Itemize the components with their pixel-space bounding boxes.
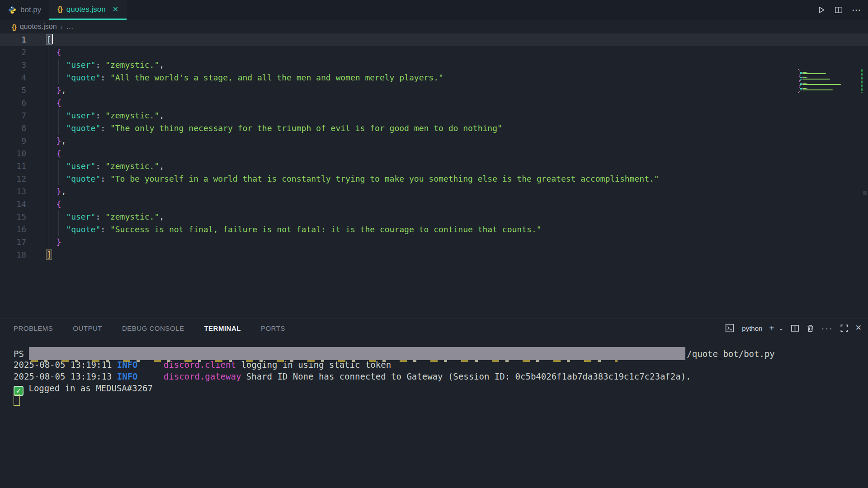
- terminal-line: ✓ Logged in as MEDUSA#3267: [14, 382, 868, 394]
- panel-more-icon[interactable]: ···: [821, 326, 833, 330]
- code-text: "quote": "The only thing necessary for t…: [26, 122, 502, 135]
- line-number: 15: [0, 211, 26, 223]
- git-added-decoration: [861, 69, 863, 93]
- line-number: 7: [0, 109, 26, 122]
- breadcrumb-tail[interactable]: …: [66, 23, 74, 31]
- line-number: 14: [0, 198, 26, 211]
- line-number: 12: [0, 173, 26, 185]
- code-line[interactable]: 13 },: [0, 185, 868, 198]
- line-number: 18: [0, 249, 26, 261]
- code-text: {: [26, 198, 61, 211]
- panel-header: PROBLEMSOUTPUTDEBUG CONSOLETERMINALPORTS…: [0, 319, 868, 337]
- line-number: 1: [0, 33, 26, 46]
- close-panel-icon[interactable]: ✕: [855, 324, 862, 333]
- maximize-panel-icon[interactable]: [840, 324, 849, 333]
- code-text: "quote": "All the world's a stage, and a…: [26, 71, 443, 84]
- minimap[interactable]: [798, 69, 856, 93]
- code-line[interactable]: 1[: [0, 33, 868, 46]
- shell-name-label: python: [742, 324, 762, 332]
- line-number: 16: [0, 223, 26, 236]
- code-line[interactable]: 8 "quote": "The only thing necessary for…: [0, 122, 868, 135]
- breadcrumb[interactable]: {} quotes.json › …: [0, 20, 868, 33]
- panel-tab-terminal[interactable]: TERMINAL: [204, 323, 241, 334]
- panel-tab-debug-console[interactable]: DEBUG CONSOLE: [122, 323, 184, 334]
- line-number: 2: [0, 46, 26, 59]
- code-text: "user": "zemystic.",: [26, 109, 164, 122]
- terminal-line: 2025-08-05 13:19:13 INFO discord.gateway…: [14, 371, 868, 382]
- code-text: {: [26, 97, 61, 109]
- more-actions-icon[interactable]: ⋯: [852, 8, 862, 12]
- line-number: 4: [0, 71, 26, 84]
- code-line[interactable]: 9 },: [0, 135, 868, 147]
- terminal-line: PS /quote_bot/bot.py: [14, 347, 868, 359]
- line-number: 13: [0, 185, 26, 198]
- code-line[interactable]: 18]: [0, 249, 868, 261]
- editor-actions: ⋯: [817, 0, 862, 20]
- run-icon[interactable]: [817, 6, 826, 14]
- line-number: 6: [0, 97, 26, 109]
- close-tab-icon[interactable]: ✕: [113, 5, 118, 14]
- panel-tab-output[interactable]: OUTPUT: [73, 323, 102, 334]
- redacted-path: [29, 347, 685, 360]
- tab-quotes-json[interactable]: {} quotes.json ✕: [49, 0, 127, 20]
- line-number: 10: [0, 147, 26, 160]
- line-number: 3: [0, 59, 26, 71]
- panel-tab-problems[interactable]: PROBLEMS: [14, 323, 53, 334]
- breadcrumb-file[interactable]: quotes.json: [20, 23, 57, 31]
- code-line[interactable]: 5 },: [0, 84, 868, 97]
- editor-tab-bar: bot.py {} quotes.json ✕ ⋯: [0, 0, 868, 20]
- new-terminal-icon[interactable]: +: [769, 324, 774, 333]
- line-number: 11: [0, 160, 26, 173]
- overview-ruler-mark: [863, 191, 867, 195]
- line-number: 17: [0, 236, 26, 249]
- code-text: [: [26, 33, 53, 46]
- code-text: {: [26, 147, 61, 160]
- python-icon: [8, 6, 16, 14]
- panel-tab-ports[interactable]: PORTS: [261, 323, 285, 334]
- chevron-right-icon: ›: [61, 23, 63, 31]
- split-terminal-icon[interactable]: [791, 324, 799, 333]
- code-area[interactable]: 1[2 {3 "user": "zemystic.",4 "quote": "A…: [0, 33, 868, 261]
- panel-tabs: PROBLEMSOUTPUTDEBUG CONSOLETERMINALPORTS: [14, 323, 285, 334]
- code-line[interactable]: 16 "quote": "Success is not final, failu…: [0, 223, 868, 236]
- line-number: 5: [0, 84, 26, 97]
- terminal-line: [14, 394, 868, 406]
- tab-label: quotes.json: [66, 5, 106, 14]
- code-line[interactable]: 3 "user": "zemystic.",: [0, 59, 868, 71]
- tab-label: bot.py: [20, 5, 41, 14]
- minimap-line: [798, 92, 856, 93]
- code-text: ]: [26, 249, 52, 261]
- code-line[interactable]: 6 {: [0, 97, 868, 109]
- terminal-picker-chevron-icon[interactable]: ⌄: [778, 324, 784, 333]
- bottom-panel: PROBLEMSOUTPUTDEBUG CONSOLETERMINALPORTS…: [0, 319, 868, 488]
- kill-terminal-icon[interactable]: [806, 324, 815, 333]
- terminal-shell-icon: [725, 324, 734, 333]
- code-line[interactable]: 10 {: [0, 147, 868, 160]
- code-text: },: [26, 185, 66, 198]
- code-text: {: [26, 46, 61, 59]
- editor[interactable]: 1[2 {3 "user": "zemystic.",4 "quote": "A…: [0, 33, 868, 319]
- line-number: 8: [0, 122, 26, 135]
- line-number: 9: [0, 135, 26, 147]
- json-icon: {}: [57, 5, 62, 14]
- code-line[interactable]: 11 "user": "zemystic.",: [0, 160, 868, 173]
- code-line[interactable]: 2 {: [0, 46, 868, 59]
- code-line[interactable]: 4 "quote": "All the world's a stage, and…: [0, 71, 868, 84]
- code-text: },: [26, 84, 66, 97]
- json-icon: {}: [12, 23, 16, 31]
- code-line[interactable]: 12 "quote": "To be yourself in a world t…: [0, 173, 868, 185]
- code-text: },: [26, 135, 66, 147]
- code-line[interactable]: 14 {: [0, 198, 868, 211]
- split-editor-icon[interactable]: [835, 6, 843, 14]
- code-text: }: [26, 236, 61, 249]
- code-text: "user": "zemystic.",: [26, 160, 164, 173]
- code-text: "quote": "To be yourself in a world that…: [26, 173, 659, 185]
- tab-bot-py[interactable]: bot.py: [0, 0, 49, 20]
- code-line[interactable]: 17 }: [0, 236, 868, 249]
- terminal-cursor: [14, 394, 20, 406]
- code-text: "user": "zemystic.",: [26, 59, 164, 71]
- code-line[interactable]: 7 "user": "zemystic.",: [0, 109, 868, 122]
- terminal-output[interactable]: PS /quote_bot/bot.py2025-08-05 13:19:11 …: [0, 337, 868, 406]
- code-text: "user": "zemystic.",: [26, 211, 164, 223]
- code-line[interactable]: 15 "user": "zemystic.",: [0, 211, 868, 223]
